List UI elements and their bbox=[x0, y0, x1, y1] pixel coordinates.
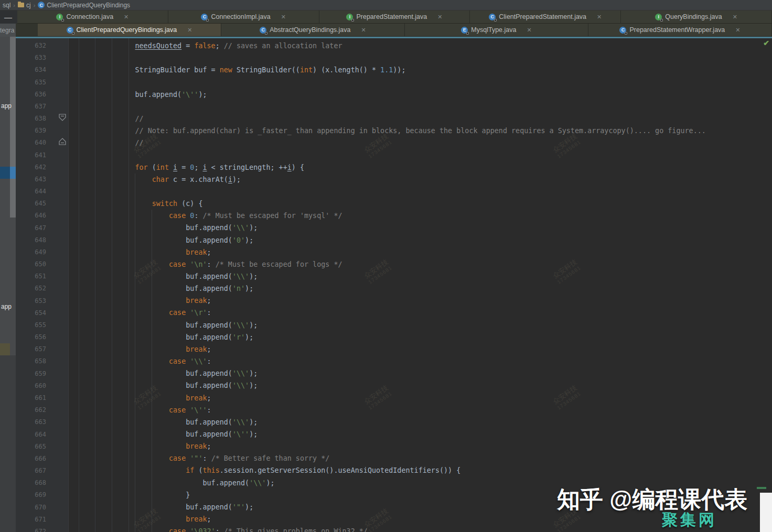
class-icon: C bbox=[38, 2, 45, 8]
background-olive-band bbox=[0, 343, 10, 355]
close-tab-icon[interactable]: ✕ bbox=[527, 27, 531, 34]
lock-badge-icon bbox=[206, 19, 209, 21]
tab-mysqltype-java[interactable]: EMysqlType.java✕ bbox=[405, 24, 588, 36]
code-line-635[interactable] bbox=[101, 76, 772, 88]
tab-preparedstatement-java[interactable]: IPreparedStatement.java✕ bbox=[319, 10, 470, 23]
enum-icon: E bbox=[461, 27, 468, 34]
code-line-664[interactable]: buf.append('\''); bbox=[101, 428, 772, 440]
editor-tab-row-1: IConnection.java✕CConnectionImpl.java✕IP… bbox=[0, 10, 772, 24]
breadcrumb-item-clientpreparedquerybindings[interactable]: CClientPreparedQueryBindings bbox=[36, 2, 132, 9]
code-line-634[interactable]: StringBuilder buf = new StringBuilder((i… bbox=[101, 64, 772, 76]
background-selection-band bbox=[0, 167, 10, 179]
code-text[interactable]: needsQuoted = false; // saves an allocat… bbox=[16, 40, 772, 532]
class-icon: C bbox=[201, 14, 208, 20]
code-line-633[interactable] bbox=[101, 52, 772, 64]
lock-badge-icon bbox=[351, 19, 354, 21]
close-tab-icon[interactable]: ✕ bbox=[437, 14, 442, 20]
code-line-663[interactable]: buf.append('\\'); bbox=[101, 416, 772, 428]
tab-querybindings-java[interactable]: IQueryBindings.java✕ bbox=[621, 10, 772, 23]
code-line-657[interactable]: break; bbox=[101, 343, 772, 355]
interface-icon: I bbox=[346, 14, 353, 20]
close-tab-icon[interactable]: ✕ bbox=[187, 27, 192, 34]
close-tab-icon[interactable]: ✕ bbox=[124, 14, 128, 20]
breadcrumb-label: ClientPreparedQueryBindings bbox=[47, 2, 130, 9]
close-tab-icon[interactable]: ✕ bbox=[361, 27, 366, 34]
code-line-661[interactable]: break; bbox=[101, 392, 772, 404]
close-tab-icon[interactable]: ✕ bbox=[597, 14, 602, 20]
code-line-636[interactable]: buf.append('\''); bbox=[101, 89, 772, 101]
breadcrumb: sql›cj›CClientPreparedQueryBindings bbox=[0, 0, 772, 10]
lock-badge-icon bbox=[265, 32, 267, 35]
minimize-button[interactable]: — bbox=[0, 10, 17, 24]
code-line-648[interactable]: buf.append('0'); bbox=[101, 234, 772, 246]
code-line-644[interactable] bbox=[101, 186, 772, 198]
tab-clientpreparedquerybindings-java[interactable]: CClientPreparedQueryBindings.java✕ bbox=[38, 24, 221, 36]
class-icon: C bbox=[260, 27, 266, 34]
code-line-655[interactable]: buf.append('\\'); bbox=[101, 319, 772, 331]
code-editor[interactable]: 6326336346356366376386396406416426436446… bbox=[16, 37, 772, 532]
fold-region-end-icon[interactable] bbox=[59, 138, 66, 148]
code-line-649[interactable]: break; bbox=[101, 246, 772, 258]
lock-badge-icon bbox=[72, 32, 74, 35]
tab-label: ConnectionImpl.java bbox=[211, 13, 270, 20]
fold-region-start-icon[interactable] bbox=[59, 114, 66, 124]
lock-badge-icon bbox=[625, 32, 627, 35]
tab-connectionimpl-java[interactable]: CConnectionImpl.java✕ bbox=[168, 10, 319, 23]
background-app-label: app bbox=[1, 102, 16, 110]
code-line-652[interactable]: buf.append('n'); bbox=[101, 283, 772, 295]
code-line-651[interactable]: buf.append('\\'); bbox=[101, 270, 772, 283]
close-tab-icon[interactable]: ✕ bbox=[281, 14, 286, 20]
tab-label: PreparedStatement.java bbox=[356, 13, 427, 20]
editor-tab-row-2: CClientPreparedQueryBindings.java✕CAbstr… bbox=[0, 24, 772, 37]
close-tab-icon[interactable]: ✕ bbox=[735, 27, 740, 34]
inspections-ok-icon[interactable]: ✔ bbox=[763, 39, 769, 47]
code-line-666[interactable]: case '"': /* Better safe than sorry */ bbox=[101, 452, 772, 464]
code-line-642[interactable]: for (int i = 0; i < stringLength; ++i) { bbox=[101, 161, 772, 173]
class-icon: C bbox=[619, 27, 626, 34]
close-tab-icon[interactable]: ✕ bbox=[733, 14, 737, 20]
class-icon: C bbox=[67, 27, 73, 34]
code-line-662[interactable]: case '\'': bbox=[101, 404, 772, 416]
code-line-650[interactable]: case '\n': /* Must be escaped for logs *… bbox=[101, 258, 772, 270]
code-line-667[interactable]: if (this.session.getServerSession().useA… bbox=[101, 464, 772, 476]
breadcrumb-item-cj[interactable]: cj bbox=[16, 2, 33, 9]
code-line-646[interactable]: case 0: /* Must be escaped for 'mysql' *… bbox=[101, 210, 772, 222]
code-line-656[interactable]: buf.append('r'); bbox=[101, 331, 772, 343]
breadcrumb-item-sql[interactable]: sql bbox=[1, 2, 12, 9]
code-line-647[interactable]: buf.append('\\'); bbox=[101, 222, 772, 234]
minimize-icon: — bbox=[4, 13, 12, 21]
interface-icon: I bbox=[655, 14, 662, 20]
code-line-638[interactable]: // bbox=[101, 113, 772, 125]
code-line-658[interactable]: case '\\': bbox=[101, 355, 772, 367]
code-line-659[interactable]: buf.append('\\'); bbox=[101, 367, 772, 379]
code-line-660[interactable]: buf.append('\\'); bbox=[101, 379, 772, 392]
breadcrumb-separator: › bbox=[33, 2, 37, 8]
tab-label: ClientPreparedStatement.java bbox=[499, 13, 586, 20]
code-line-654[interactable]: case '\r': bbox=[101, 307, 772, 319]
code-line-639[interactable]: // Note: buf.append(char) is _faster_ th… bbox=[101, 125, 772, 137]
class-icon: C bbox=[489, 14, 496, 20]
background-scrollbar bbox=[10, 37, 16, 218]
code-line-637[interactable] bbox=[101, 101, 772, 113]
code-line-665[interactable]: break; bbox=[101, 440, 772, 452]
tab-clientpreparedstatement-java[interactable]: CClientPreparedStatement.java✕ bbox=[470, 10, 621, 23]
code-line-632[interactable]: needsQuoted = false; // saves an allocat… bbox=[101, 40, 772, 52]
tab-label: Connection.java bbox=[66, 13, 113, 20]
breadcrumb-separator: › bbox=[12, 2, 16, 8]
code-line-653[interactable]: break; bbox=[101, 295, 772, 307]
code-line-643[interactable]: char c = x.charAt(i); bbox=[101, 173, 772, 186]
code-line-645[interactable]: switch (c) { bbox=[101, 198, 772, 210]
site-watermark: 聚集网 bbox=[662, 509, 717, 531]
corner-green-dash bbox=[757, 487, 766, 489]
tab-abstractquerybindings-java[interactable]: CAbstractQueryBindings.java✕ bbox=[221, 24, 405, 36]
lock-badge-icon bbox=[61, 19, 64, 21]
code-line-640[interactable]: // bbox=[101, 137, 772, 149]
code-line-641[interactable] bbox=[101, 149, 772, 161]
background-selection-band-bright bbox=[10, 167, 16, 179]
tab-preparedstatementwrapper-java[interactable]: CPreparedStatementWrapper.java✕ bbox=[588, 24, 772, 36]
tab-label: AbstractQueryBindings.java bbox=[270, 26, 350, 34]
breadcrumb-label: sql bbox=[3, 2, 10, 9]
background-app-label: app bbox=[1, 303, 16, 310]
tab-connection-java[interactable]: IConnection.java✕ bbox=[17, 10, 168, 23]
breadcrumb-label: cj bbox=[26, 2, 31, 9]
